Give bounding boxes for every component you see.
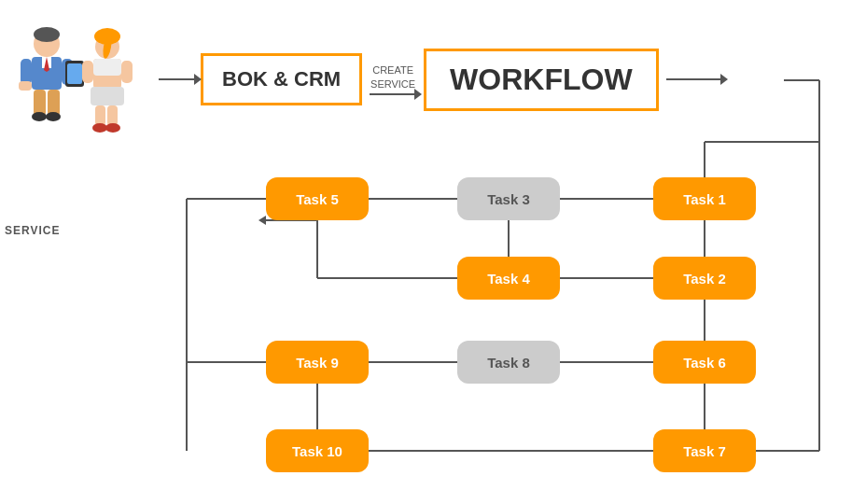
task-1-label: Task 1	[683, 191, 726, 207]
task-4-box[interactable]: Task 4	[457, 257, 560, 300]
task-5-label: Task 5	[296, 191, 339, 207]
character-illustration	[9, 23, 154, 135]
create-service-line2: SERVICE	[370, 78, 415, 90]
svg-rect-59	[121, 61, 133, 83]
bok-crm-box: BOK & CRM	[201, 53, 362, 105]
workflow-box: WORKFLOW	[424, 49, 659, 111]
svg-rect-61	[107, 105, 118, 126]
character-area	[9, 23, 154, 135]
diagram-container: BOK & CRM CREATE SERVICE WORKFLOW SERVIC…	[0, 0, 852, 504]
create-service-area: CREATE SERVICE	[370, 63, 416, 95]
svg-rect-43	[21, 59, 32, 85]
arrow-workflow-right	[666, 78, 722, 80]
svg-rect-47	[67, 63, 82, 84]
task-6-label: Task 6	[683, 355, 726, 371]
arrow-bok-to-workflow	[370, 93, 416, 95]
task-3-label: Task 3	[487, 191, 530, 207]
task-5-box[interactable]: Task 5	[266, 177, 369, 220]
task-7-label: Task 7	[683, 443, 726, 459]
svg-point-63	[105, 123, 120, 133]
task-4-label: Task 4	[487, 271, 530, 287]
service-label: SERVICE	[5, 224, 60, 237]
svg-rect-60	[95, 105, 105, 126]
task-10-label: Task 10	[292, 443, 342, 459]
svg-point-62	[92, 123, 107, 133]
task-2-label: Task 2	[683, 271, 726, 287]
svg-rect-56	[93, 59, 121, 76]
svg-rect-44	[19, 81, 32, 91]
task-1-box[interactable]: Task 1	[653, 177, 756, 220]
svg-point-50	[32, 112, 47, 121]
task-9-label: Task 9	[296, 355, 339, 371]
task-3-box[interactable]: Task 3	[457, 177, 560, 220]
svg-rect-48	[34, 90, 46, 116]
create-service-line1: CREATE	[372, 64, 413, 76]
task-8-label: Task 8	[487, 355, 530, 371]
bok-crm-label: BOK & CRM	[222, 67, 341, 91]
svg-marker-25	[258, 216, 266, 225]
svg-rect-57	[91, 87, 124, 105]
workflow-label: WORKFLOW	[450, 63, 633, 96]
task-8-box[interactable]: Task 8	[457, 341, 560, 384]
svg-point-39	[34, 27, 60, 42]
task-6-box[interactable]: Task 6	[653, 341, 756, 384]
svg-rect-49	[48, 90, 60, 116]
task-7-box[interactable]: Task 7	[653, 429, 756, 472]
task-2-box[interactable]: Task 2	[653, 257, 756, 300]
svg-point-51	[46, 112, 61, 121]
task-10-box[interactable]: Task 10	[266, 429, 369, 472]
svg-rect-58	[82, 61, 93, 83]
arrow-char-to-bok	[159, 78, 196, 80]
task-9-box[interactable]: Task 9	[266, 341, 369, 384]
top-section: BOK & CRM CREATE SERVICE WORKFLOW	[9, 19, 843, 140]
create-service-label: CREATE SERVICE	[370, 63, 415, 91]
